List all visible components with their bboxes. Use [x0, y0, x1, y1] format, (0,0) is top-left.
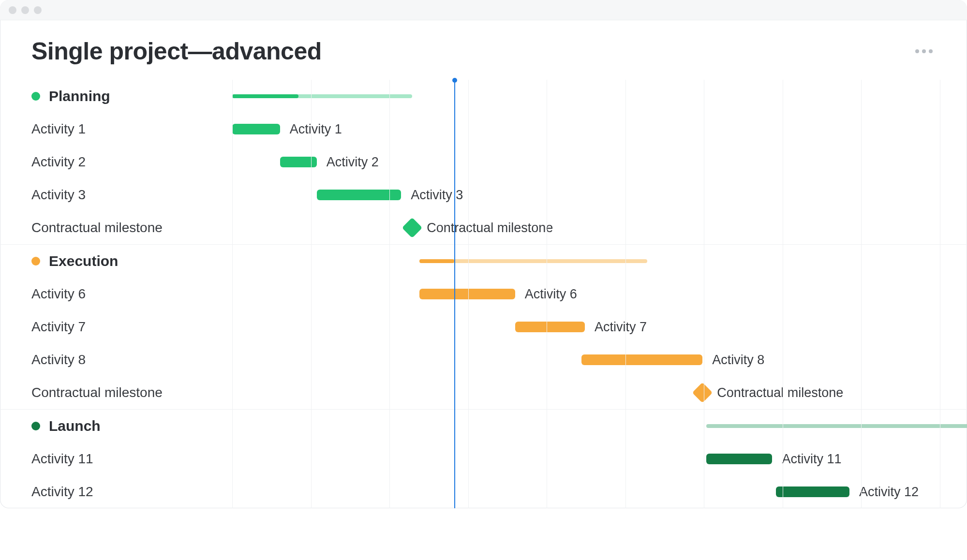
activity-bar[interactable]	[706, 454, 773, 464]
row-label-text: Activity 12	[31, 484, 93, 500]
row-label: Activity 11	[0, 451, 232, 467]
gantt-row: Activity 12Activity 12	[0, 475, 967, 508]
row-label: Activity 7	[0, 319, 232, 335]
activity-bar[interactable]	[280, 157, 317, 167]
row-label-text: Activity 3	[31, 187, 86, 203]
window-titlebar	[0, 0, 967, 20]
row-label-text: Contractual milestone	[31, 220, 163, 236]
row-label: Activity 3	[0, 187, 232, 203]
gantt-row: Contractual milestoneContractual milesto…	[0, 211, 967, 244]
section-label: Execution	[0, 253, 232, 269]
row-track: Activity 6	[232, 278, 967, 310]
gantt-section-planning: PlanningActivity 1Activity 1Activity 2Ac…	[0, 80, 967, 244]
section-color-dot-icon	[31, 257, 40, 265]
window-close-icon[interactable]	[9, 6, 16, 14]
gantt-row: Activity 7Activity 7	[0, 310, 967, 343]
gantt-row: Activity 8Activity 8	[0, 343, 967, 376]
row-label-text: Activity 8	[31, 352, 86, 368]
section-name: Launch	[49, 418, 101, 434]
page-title: Single project—advanced	[31, 37, 322, 65]
activity-bar-label: Activity 7	[595, 320, 647, 335]
activity-bar-label: Activity 1	[290, 122, 342, 137]
window-minimize-icon[interactable]	[21, 6, 29, 14]
activity-bar-label: Activity 11	[782, 452, 841, 467]
row-track: Activity 7	[232, 310, 967, 343]
row-label: Activity 8	[0, 352, 232, 368]
activity-bar[interactable]	[232, 124, 280, 134]
row-track: Activity 8	[232, 343, 967, 376]
section-label: Launch	[0, 418, 232, 434]
summary-progress	[232, 94, 298, 98]
activity-bar-label: Activity 12	[859, 485, 919, 500]
row-label-text: Activity 2	[31, 154, 86, 170]
activity-bar[interactable]	[515, 322, 585, 332]
ellipsis-dot-icon	[922, 49, 926, 53]
section-color-dot-icon	[31, 422, 40, 430]
gantt-row: Activity 3Activity 3	[0, 178, 967, 211]
row-label-text: Contractual milestone	[31, 385, 163, 400]
gantt-section-launch: LaunchActivity 11Activity 11Activity 12A…	[0, 409, 967, 508]
row-label: Contractual milestone	[0, 385, 232, 400]
summary-progress	[419, 259, 454, 263]
activity-bar-label: Activity 3	[411, 188, 463, 203]
milestone-label: Contractual milestone	[717, 385, 843, 400]
gantt-row: Activity 6Activity 6	[0, 278, 967, 310]
gantt-row: Activity 1Activity 1	[0, 113, 967, 146]
more-options-button[interactable]	[912, 46, 936, 56]
milestone-diamond-icon[interactable]	[692, 383, 713, 403]
row-track: Activity 1	[232, 113, 967, 146]
section-name: Execution	[49, 253, 118, 269]
row-label-text: Activity 7	[31, 319, 86, 335]
row-track: Contractual milestone	[232, 376, 967, 409]
section-header-execution[interactable]: Execution	[0, 245, 967, 278]
activity-bar-label: Activity 2	[327, 155, 379, 170]
header: Single project—advanced	[0, 20, 967, 80]
milestone-diamond-icon[interactable]	[402, 218, 422, 238]
summary-bar[interactable]	[706, 424, 967, 428]
section-header-launch[interactable]: Launch	[0, 410, 967, 442]
row-track: Contractual milestone	[232, 211, 967, 244]
row-label-text: Activity 11	[31, 451, 93, 467]
row-label: Activity 2	[0, 154, 232, 170]
row-label: Activity 6	[0, 286, 232, 302]
activity-bar[interactable]	[317, 190, 402, 200]
milestone-label: Contractual milestone	[427, 221, 553, 236]
row-label: Activity 12	[0, 484, 232, 500]
activity-bar-label: Activity 8	[712, 353, 764, 368]
activity-bar[interactable]	[419, 289, 515, 299]
section-summary-track	[232, 245, 967, 278]
ellipsis-dot-icon	[929, 49, 933, 53]
activity-bar[interactable]	[776, 486, 849, 497]
section-color-dot-icon	[31, 92, 40, 101]
activity-bar[interactable]	[581, 354, 703, 365]
app-window: Single project—advanced PlanningActivity…	[0, 0, 967, 508]
gantt-row: Contractual milestoneContractual milesto…	[0, 376, 967, 409]
row-track: Activity 3	[232, 178, 967, 211]
gantt-row: Activity 2Activity 2	[0, 146, 967, 178]
gantt-section-execution: ExecutionActivity 6Activity 6Activity 7A…	[0, 244, 967, 409]
row-track: Activity 12	[232, 475, 967, 508]
gantt-chart: PlanningActivity 1Activity 1Activity 2Ac…	[0, 80, 967, 508]
row-track: Activity 2	[232, 146, 967, 178]
row-label-text: Activity 6	[31, 286, 86, 302]
section-summary-track	[232, 410, 967, 442]
section-header-planning[interactable]: Planning	[0, 80, 967, 113]
section-label: Planning	[0, 88, 232, 104]
ellipsis-dot-icon	[915, 49, 919, 53]
activity-bar-label: Activity 6	[525, 287, 577, 302]
window-zoom-icon[interactable]	[34, 6, 42, 14]
row-label: Contractual milestone	[0, 220, 232, 236]
row-label: Activity 1	[0, 121, 232, 137]
row-label-text: Activity 1	[31, 121, 86, 137]
section-summary-track	[232, 80, 967, 113]
section-name: Planning	[49, 88, 110, 104]
gantt-row: Activity 11Activity 11	[0, 442, 967, 475]
row-track: Activity 11	[232, 442, 967, 475]
